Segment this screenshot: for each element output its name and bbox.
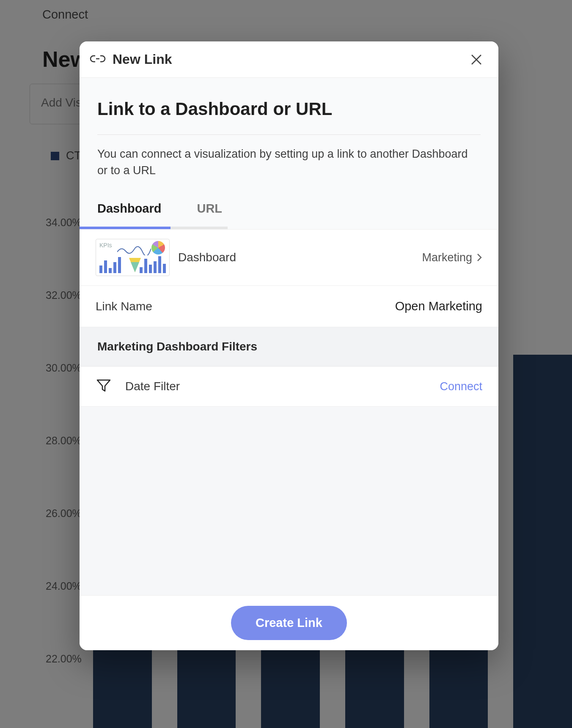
modal-header-title: New Link bbox=[113, 52, 172, 67]
modal-description: You can connect a visualization by setti… bbox=[97, 146, 481, 179]
tab-url[interactable]: URL bbox=[197, 202, 222, 227]
dashboard-selector-row[interactable]: KPIs Dashboard Marketing bbox=[80, 230, 498, 286]
modal-empty-area bbox=[80, 407, 498, 595]
tab-dashboard[interactable]: Dashboard bbox=[97, 202, 161, 227]
filters-section-header: Marketing Dashboard Filters bbox=[80, 327, 498, 367]
create-link-button[interactable]: Create Link bbox=[231, 606, 347, 640]
dashboard-selected-name: Marketing bbox=[422, 251, 472, 264]
modal-top-section: Link to a Dashboard or URL You can conne… bbox=[80, 78, 498, 230]
dashboard-row-value: Marketing bbox=[422, 251, 482, 264]
close-button[interactable] bbox=[468, 51, 485, 68]
modal-title: Link to a Dashboard or URL bbox=[97, 99, 481, 119]
chevron-right-icon bbox=[476, 253, 482, 262]
link-name-row[interactable]: Link Name Open Marketing bbox=[80, 286, 498, 327]
link-icon bbox=[89, 54, 107, 66]
filter-label: Date Filter bbox=[125, 380, 180, 393]
tab-underline-active bbox=[80, 227, 170, 229]
modal-header: New Link bbox=[80, 41, 498, 78]
filter-connect-link[interactable]: Connect bbox=[440, 380, 482, 393]
link-name-label: Link Name bbox=[96, 300, 152, 313]
filter-row-date: Date Filter Connect bbox=[80, 367, 498, 407]
dashboard-row-label: Dashboard bbox=[178, 251, 236, 264]
filter-icon bbox=[96, 378, 112, 395]
dashboard-thumbnail: KPIs bbox=[96, 239, 170, 276]
tab-underline-track bbox=[80, 227, 228, 229]
divider bbox=[97, 134, 481, 135]
tabs: Dashboard URL bbox=[97, 202, 481, 227]
modal-footer: Create Link bbox=[80, 595, 498, 650]
new-link-modal: New Link Link to a Dashboard or URL You … bbox=[80, 41, 498, 650]
close-icon bbox=[470, 53, 483, 66]
link-name-value: Open Marketing bbox=[395, 299, 482, 313]
